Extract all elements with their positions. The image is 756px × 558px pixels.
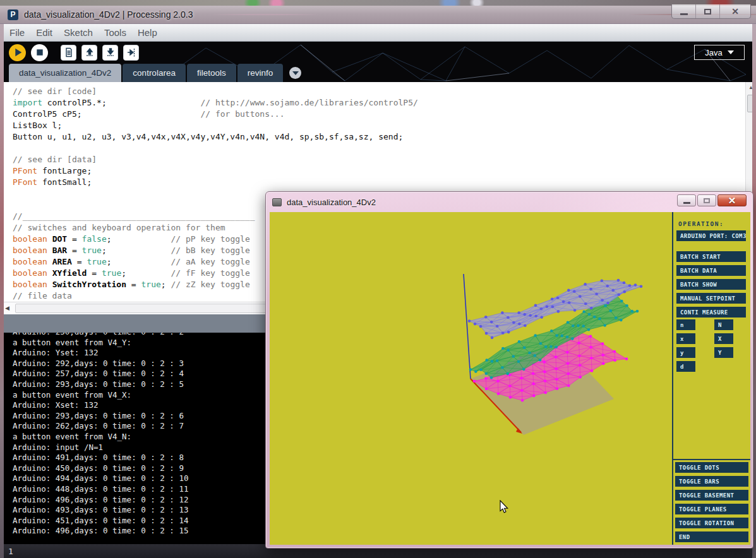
run-icon [13,47,23,57]
manual-setpoint-button[interactable]: MANUAL SETPOINT [676,293,746,304]
code-line: ControlP5 cP5; // for buttons... [13,109,418,120]
tab-revinfo[interactable]: revinfo [237,64,284,82]
new-button-face [61,45,76,61]
tab-data_visualization_4Dv2[interactable]: data_visualization_4Dv2 [9,64,121,82]
console-line: Arduino: 493,days: 0 time: 0 : 2 : 13 [13,505,188,516]
run-button-face [9,44,26,61]
toggle-planes-button[interactable]: TOGGLE PLANES [675,504,748,514]
console-line: Arduino: 450,days: 0 time: 0 : 2 : 9 [13,463,188,474]
small-button-y[interactable]: y [676,347,695,358]
operation-label: OPERATION: [678,220,724,227]
mouse-cursor [500,500,510,514]
stop-button[interactable] [31,44,48,61]
console-line: Arduino: 292,days: 0 time: 0 : 2 : 3 [13,359,188,369]
console-line: Arduino: 257,days: 0 time: 0 : 2 : 4 [13,369,188,379]
close-icon: ✕ [731,6,739,16]
open-icon [85,47,95,57]
code-line: import controlP5.*; // http://www.sojamo… [13,97,418,109]
batch-show-button[interactable]: BATCH SHOW [676,279,746,290]
arduino-port-button[interactable]: ARDUINO PORT: COM3 [676,230,746,241]
sketch-window-title: data_visualization_4Dv2 [287,198,376,207]
close-icon: ✕ [728,195,736,206]
console-line: a button event from V4_Y: [13,338,188,348]
console-line: Arduino: 262,days: 0 time: 0 : 2 : 7 [13,421,188,432]
console-line: Arduino: 491,days: 0 time: 0 : 2 : 8 [13,453,188,463]
processing-logo-icon: P [8,9,18,20]
toggle-bars-button[interactable]: TOGGLE BARS [675,476,748,487]
stop-button-face [31,44,48,61]
maximize-button[interactable] [696,4,720,18]
minimize-button[interactable] [672,4,696,18]
small-button-d[interactable]: d [676,361,695,372]
desktop-wallpaper [0,0,756,6]
console-line: Arduino: 496,days: 0 time: 0 : 2 : 12 [13,495,188,506]
toggle-rotation-button[interactable]: TOGGLE ROTATION [675,518,748,528]
ide-window-border-left [0,24,4,558]
menu-tools[interactable]: Tools [99,27,132,38]
sketch-maximize-button[interactable] [697,194,716,206]
batch-data-button[interactable]: BATCH DATA [676,265,746,276]
console-line: Arduino: 448,days: 0 time: 0 : 2 : 11 [13,484,188,495]
console-line: Arduino: input /N=1 [13,442,188,453]
new-icon [64,47,74,57]
conti-measure-button[interactable]: CONTI MEASURE [676,307,746,318]
mode-selector-dropdown[interactable]: Java [694,45,745,60]
tab-overflow-button[interactable] [289,67,301,79]
console-line: Arduino: Yset: 132 [13,348,188,359]
console-line: Arduino: 451,days: 0 time: 0 : 2 : 14 [13,516,188,526]
sketch-window: data_visualization_4Dv2 ✕ OPERATION: ARD… [265,191,753,549]
toggle-dots-button[interactable]: TOGGLE DOTS [675,462,748,473]
menu-help[interactable]: Help [132,27,163,38]
minimize-icon [683,202,690,204]
end-button[interactable]: END [675,531,748,542]
sketch-close-button[interactable]: ✕ [717,194,747,206]
3d-scene [270,212,672,545]
mode-selector-label: Java [705,48,722,57]
console-line: a button event from V4_X: [13,390,188,401]
code-line: PFont fontLarge; [13,165,418,177]
open-button-face [81,45,97,61]
small-button-Y[interactable]: Y [714,347,733,358]
run-button[interactable] [9,44,26,61]
ide-titlebar: P data_visualization_4Dv2 | Processing 2… [0,6,756,24]
console-text: Arduino: 250,days: 0 time: 0 : 2 : 2a bu… [13,333,188,537]
menu-edit[interactable]: Edit [30,27,58,38]
minimize-icon [680,13,688,15]
sketch-titlebar: data_visualization_4Dv2 ✕ [266,192,753,212]
panel-separator-horizontal [673,459,750,460]
control-panel: OPERATION: ARDUINO PORT: COM3BATCH START… [672,212,750,545]
sketch-app-icon [272,198,282,206]
open-button[interactable] [81,45,97,61]
toggle-basement-button[interactable]: TOGGLE BASEMENT [675,490,748,501]
batch-start-button[interactable]: BATCH START [676,251,746,262]
export-button-face [123,45,139,61]
tab-controlarea[interactable]: controlarea [123,64,186,82]
small-button-x[interactable]: x [676,333,695,344]
console-line: Arduino: 250,days: 0 time: 0 : 2 : 2 [13,333,188,338]
save-icon [105,47,116,57]
ide-window-title: data_visualization_4Dv2 | Processing 2.0… [24,9,193,20]
ide-window-controls: ✕ [671,4,751,19]
maximize-icon [704,9,711,15]
ide-menubar: FileEditSketchToolsHelp [4,24,752,42]
new-button[interactable] [61,45,76,61]
scroll-left-arrow-icon[interactable]: ◀ [5,305,9,311]
code-line [13,143,418,154]
menu-sketch[interactable]: Sketch [58,27,99,38]
sketch-canvas[interactable]: OPERATION: ARDUINO PORT: COM3BATCH START… [270,212,750,545]
panel-separator-vertical [672,212,673,545]
save-button[interactable] [102,45,118,61]
sketch-minimize-button[interactable] [677,194,696,206]
tab-filetools[interactable]: filetools [187,64,236,82]
small-button-N[interactable]: N [714,319,733,330]
small-button-n[interactable]: n [676,319,695,330]
code-line: ListBox l; [13,120,418,131]
line-number-indicator: 1 [8,547,13,556]
export-button[interactable] [123,45,139,61]
close-button[interactable]: ✕ [720,4,750,18]
code-line: PFont fontSmall; [13,177,418,188]
menu-file[interactable]: File [4,27,30,38]
maximize-icon [704,198,710,203]
small-button-X[interactable]: X [714,333,733,344]
code-line: // see dir [data] [13,154,418,165]
